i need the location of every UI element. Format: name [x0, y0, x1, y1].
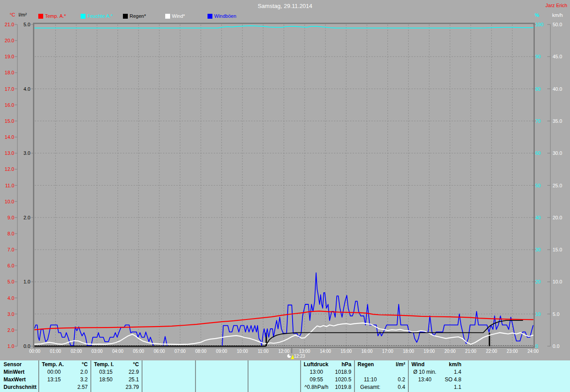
table-column-name: Temp. A.	[39, 361, 72, 368]
table-cell-time: 09:55	[301, 376, 332, 384]
table-row: Ø 10 min.1.4	[409, 368, 464, 376]
legend-item-label: Temp. A.*	[45, 13, 66, 19]
table-row	[248, 384, 300, 391]
legend-item: Feuchte A.*	[81, 13, 121, 19]
table-column: Regenl/m²11:100.2Gesamt:0.4	[355, 360, 409, 392]
table-row: 11:100.2	[355, 376, 408, 384]
table-column-name	[248, 361, 281, 368]
wind-axis-tick-label: 40.0	[553, 86, 568, 92]
rain-axis-tick-label: 2.0	[17, 215, 30, 220]
humidity-axis-tick-label: 80	[535, 86, 548, 92]
table-cell-value	[173, 376, 195, 384]
wind-axis-tick-label: 5.0	[553, 311, 568, 317]
table-cell-time	[248, 368, 278, 376]
table-cell-time: 11:10	[355, 376, 386, 384]
table-column-unit: l/m²	[388, 361, 408, 368]
weather-chart-window: Samstag, 29.11.2014 Jarz Erich °C l/m² %…	[0, 0, 570, 392]
table-row: 18:5025.1	[91, 376, 142, 384]
table-column-name: Luftdruck	[301, 361, 334, 368]
page-title: Samstag, 29.11.2014	[0, 3, 570, 9]
legend-item-label: Windböen	[214, 13, 236, 19]
table-cell-value	[278, 368, 300, 376]
x-axis-tick-label: 19:00	[420, 349, 438, 354]
x-axis-tick-label: 02:00	[67, 349, 85, 354]
table-column-name: Wind	[409, 361, 444, 368]
table-cell-value: 3.2	[69, 376, 90, 384]
table-row: 09:551020.5	[301, 376, 354, 384]
legend-swatch-icon	[165, 14, 170, 19]
table-row	[196, 368, 248, 376]
table-row-label: Durchschnitt	[0, 384, 38, 391]
table-cell-value: 25.1	[121, 376, 142, 384]
temp-axis-tick-label: 17.0	[2, 86, 14, 92]
table-cell-value: 1.1	[441, 384, 464, 391]
table-row	[248, 376, 300, 384]
rain-axis-tick-label: 3.0	[17, 150, 30, 156]
table-cell-time	[39, 384, 69, 391]
temp-axis-tick-label: 13.0	[2, 150, 14, 156]
x-axis-tick-label: 04:00	[109, 349, 127, 354]
humidity-axis-tick-label: 60	[535, 150, 548, 156]
table-column-header: Temp. A.°C	[39, 361, 90, 368]
table-column-inner: Windkm/hØ 10 min.1.413:40SO 4.81.1	[409, 361, 464, 391]
table-column-unit: °C	[72, 361, 90, 368]
legend-item: Windböen	[208, 13, 248, 19]
table-row-label: Sensor	[0, 361, 38, 368]
table-row: 00:002.0	[39, 368, 90, 376]
temp-axis-tick-label: 19.0	[2, 54, 14, 59]
table-cell-value	[173, 384, 195, 391]
table-column	[196, 360, 248, 392]
legend-item-label: Feuchte A.*	[87, 13, 113, 19]
table-cell-time	[142, 384, 173, 391]
table-column: Temp. I.°C03:1522.918:5025.123.79	[91, 360, 142, 392]
legend-item: Wind*	[165, 13, 205, 19]
wind-axis-tick-label: 30.0	[553, 150, 568, 156]
temp-axis-tick-label: 1.0	[2, 344, 14, 349]
table-cell-value	[386, 368, 408, 376]
rain-axis-tick-label: 0.0	[17, 344, 30, 349]
table-cell-time: 00:00	[39, 368, 69, 376]
wind-axis-tick-label: 20.0	[553, 215, 568, 220]
temp-axis-tick-label: 9.0	[2, 215, 14, 220]
table-cell-time: ^0.8hPa/h	[301, 384, 332, 391]
table-cell-value: 23.79	[121, 384, 142, 391]
table-column	[142, 360, 196, 392]
x-axis-tick-label: 06:00	[151, 349, 168, 354]
table-cell-time: 03:15	[91, 368, 121, 376]
plot-canvas	[0, 0, 570, 360]
rain-axis-tick-label: 1.0	[17, 279, 30, 284]
x-axis-tick-label: 16:00	[358, 349, 376, 354]
temp-axis-tick-label: 5.0	[2, 279, 14, 284]
table-column-header	[248, 361, 300, 368]
x-axis-tick-label: 13:00	[296, 349, 314, 354]
rain-axis-tick-label: 5.0	[17, 22, 30, 27]
wind-axis-tick-label: 50.0	[553, 22, 568, 27]
table-column-header: Regenl/m²	[355, 361, 408, 368]
temp-axis-tick-label: 2.0	[2, 327, 14, 333]
x-axis-tick-label: 21:00	[462, 349, 480, 354]
table-column-unit	[281, 361, 300, 368]
humidity-axis-tick-label: 30	[535, 247, 548, 252]
table-row	[142, 384, 195, 391]
table-column-header: LuftdruckhPa	[301, 361, 354, 368]
table-cell-time: Ø 10 min.	[409, 368, 441, 376]
temp-axis-tick-label: 11.0	[2, 183, 14, 188]
table-cell-value: 1.4	[441, 368, 464, 376]
table-column-unit	[228, 361, 248, 368]
wind-axis-tick-label: 10.0	[553, 279, 568, 284]
legend-item: Temp. A.*	[38, 13, 78, 19]
table-row	[248, 368, 300, 376]
legend-swatch-icon	[208, 14, 212, 19]
wind-axis-tick-label: 15.0	[553, 247, 568, 252]
table-cell-time	[142, 376, 173, 384]
x-axis-tick-label: 07:00	[171, 349, 189, 354]
sensor-summary-table: SensorMinWertMaxWertDurchschnittTemp. A.…	[0, 360, 570, 392]
table-cell-value	[278, 376, 300, 384]
x-axis-tick-label: 17:00	[379, 349, 397, 354]
table-column: Windkm/hØ 10 min.1.413:40SO 4.81.1	[409, 360, 570, 392]
table-cell-value: 1020.5	[332, 376, 354, 384]
humidity-axis-tick-label: 10	[535, 311, 548, 317]
x-axis-tick-label: 22:00	[483, 349, 501, 354]
temp-axis-tick-label: 20.0	[2, 38, 14, 43]
table-cell-time	[248, 376, 278, 384]
